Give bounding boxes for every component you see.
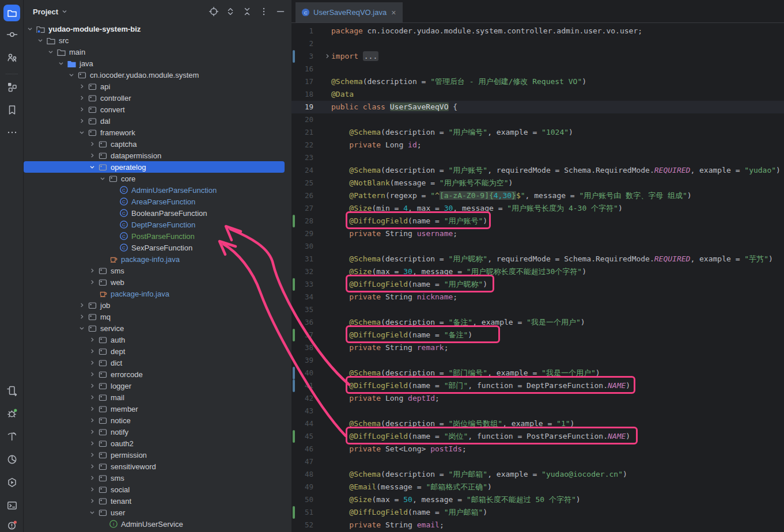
code-line-44[interactable]: 44 @Schema(description = "岗位编号数组", examp… [291, 417, 784, 430]
chevron-right-icon[interactable] [88, 462, 97, 471]
chevron-right-icon[interactable] [88, 358, 97, 367]
tree-item-notice[interactable]: notice [24, 415, 291, 426]
code-line-3[interactable]: 3import ... [291, 50, 784, 63]
tree-item-framework[interactable]: framework [24, 127, 291, 138]
code-line-24[interactable]: 24 @Schema(description = "用户账号", require… [291, 164, 784, 177]
tree-item-booleanparsefunction[interactable]: CBooleanParseFunction [24, 207, 291, 219]
code-line-20[interactable]: 20 [291, 113, 784, 126]
code-line-35[interactable]: 35 [291, 303, 784, 316]
code-line-50[interactable]: 50 @Size(max = 50, message = "邮箱长度不能超过 5… [291, 493, 784, 506]
code-line-18[interactable]: 18@Data [291, 88, 784, 101]
code-line-30[interactable]: 30 [291, 240, 784, 253]
code-line-37[interactable]: 37 @DiffLogField(name = "备注") [291, 329, 784, 341]
code-line-34[interactable]: 34 private String nickname; [291, 291, 784, 303]
tree-item-sexparsefunction[interactable]: CSexParseFunction [24, 242, 291, 253]
code-line-33[interactable]: 33 @DiffLogField(name = "用户昵称") [291, 278, 784, 291]
chevron-right-icon[interactable] [77, 93, 86, 102]
tree-item-postparsefunction[interactable]: CPostParseFunction [24, 230, 291, 242]
tree-item-operatelog[interactable]: operatelog [24, 161, 285, 173]
code-area[interactable]: 1package cn.iocoder.yudao.module.system.… [291, 23, 784, 531]
code-line-41[interactable]: 41 @DiffLogField(name = "部门", function =… [291, 379, 784, 392]
debug-icon[interactable] [6, 407, 18, 420]
code-line-45[interactable]: 45 @DiffLogField(name = "岗位", function =… [291, 430, 784, 443]
chevron-right-icon[interactable] [88, 335, 97, 344]
collapse-all-icon[interactable] [242, 6, 252, 17]
tree-item-social[interactable]: social [24, 484, 291, 495]
tab-usersavereqvo[interactable]: C UserSaveReqVO.java × [296, 2, 403, 22]
tree-item-yudao-module-system-biz[interactable]: yudao-module-system-biz [24, 23, 291, 35]
code-line-51[interactable]: 51 @DiffLogField(name = "用户邮箱") [291, 506, 784, 519]
tree-item-auth[interactable]: auth [24, 334, 291, 345]
code-line-42[interactable]: 42 private Long deptId; [291, 392, 784, 405]
tree-item-api[interactable]: api [24, 81, 291, 92]
tree-item-dict[interactable]: dict [24, 357, 291, 368]
chevron-right-icon[interactable] [88, 393, 97, 402]
chevron-down-icon[interactable] [98, 174, 107, 183]
tree-item-dept[interactable]: dept [24, 345, 291, 357]
tree-item-sms[interactable]: sms [24, 472, 291, 484]
tree-item-areaparsefunction[interactable]: CAreaParseFunction [24, 196, 291, 207]
tree-item-adminuserservice[interactable]: IAdminUserService [24, 518, 291, 530]
code-line-25[interactable]: 25 @NotBlank(message = "用户账号不能为空") [291, 177, 784, 189]
code-line-52[interactable]: 52 private String email; [291, 519, 784, 531]
tree-item-logger[interactable]: logger [24, 380, 291, 392]
tree-item-datapermission[interactable]: datapermission [24, 150, 291, 161]
tree-item-sms[interactable]: sms [24, 265, 291, 276]
structure-icon[interactable] [6, 81, 18, 93]
chevron-down-icon[interactable] [67, 70, 76, 79]
chevron-right-icon[interactable] [88, 450, 97, 459]
project-icon[interactable] [3, 5, 20, 21]
code-line-36[interactable]: 36 @Schema(description = "备注", example =… [291, 316, 784, 329]
chevron-right-icon[interactable] [88, 427, 97, 436]
chevron-right-icon[interactable] [88, 278, 97, 287]
chevron-right-icon[interactable] [88, 151, 97, 160]
services-icon[interactable] [6, 476, 18, 489]
tree-item-oauth2[interactable]: oauth2 [24, 438, 291, 449]
more-icon[interactable] [6, 126, 18, 139]
code-line-17[interactable]: 17@Schema(description = "管理后台 - 用户创建/修改 … [291, 75, 784, 88]
tree-item-adminuserparsefunction[interactable]: CAdminUserParseFunction [24, 184, 291, 196]
hide-icon[interactable] [275, 6, 286, 17]
chevron-down-icon[interactable] [46, 47, 55, 56]
bookmarks-icon[interactable] [6, 104, 18, 116]
tree-item-service[interactable]: service [24, 322, 291, 334]
chevron-right-icon[interactable] [88, 347, 97, 356]
tree-item-package-info-java[interactable]: package-info.java [24, 288, 291, 299]
locate-icon[interactable] [209, 6, 219, 17]
code-line-31[interactable]: 31 @Schema(description = "用户昵称", require… [291, 253, 784, 265]
chevron-right-icon[interactable] [88, 416, 97, 425]
tree-item-java[interactable]: java [24, 58, 291, 69]
tree-item-mq[interactable]: mq [24, 311, 291, 322]
chevron-right-icon[interactable] [77, 82, 86, 91]
pull-requests-icon[interactable]: ? [6, 51, 18, 64]
code-line-39[interactable]: 39 [291, 354, 784, 367]
chevron-down-icon[interactable] [77, 324, 86, 333]
chevron-down-icon[interactable] [25, 24, 35, 33]
tree-item-dal[interactable]: dal [24, 115, 291, 127]
chevron-down-icon[interactable] [36, 36, 45, 45]
profiler-icon[interactable] [6, 453, 18, 466]
code-line-16[interactable]: 16 [291, 63, 784, 75]
tree-item-cn-iocoder-yudao-module-system[interactable]: cn.iocoder.yudao.module.system [24, 69, 291, 81]
code-line-19[interactable]: 19public class UserSaveReqVO { [291, 101, 784, 113]
code-line-32[interactable]: 32 @Size(max = 30, message = "用户昵称长度不能超过… [291, 265, 784, 278]
code-line-21[interactable]: 21 @Schema(description = "用户编号", example… [291, 126, 784, 139]
code-line-40[interactable]: 40 @Schema(description = "部门编号", example… [291, 367, 784, 379]
code-line-23[interactable]: 23 [291, 151, 784, 164]
project-panel-title[interactable]: Project [33, 7, 58, 16]
tree-item-notify[interactable]: notify [24, 426, 291, 438]
tree-item-tenant[interactable]: tenant [24, 495, 291, 507]
tree-item-controller[interactable]: controller [24, 92, 291, 104]
commit-icon[interactable] [6, 28, 18, 41]
code-line-49[interactable]: 49 @Email(message = "邮箱格式不正确") [291, 481, 784, 493]
chevron-down-icon[interactable] [88, 508, 97, 517]
tree-item-member[interactable]: member [24, 403, 291, 415]
tree-item-permission[interactable]: permission [24, 449, 291, 461]
code-line-1[interactable]: 1package cn.iocoder.yudao.module.system.… [291, 25, 784, 37]
code-line-29[interactable]: 29 private String username; [291, 227, 784, 240]
tree-item-core[interactable]: core [24, 173, 291, 184]
chevron-right-icon[interactable] [88, 266, 97, 275]
chevron-right-icon[interactable] [88, 496, 97, 506]
chevron-down-icon[interactable] [77, 128, 86, 137]
chevron-right-icon[interactable] [88, 485, 97, 494]
